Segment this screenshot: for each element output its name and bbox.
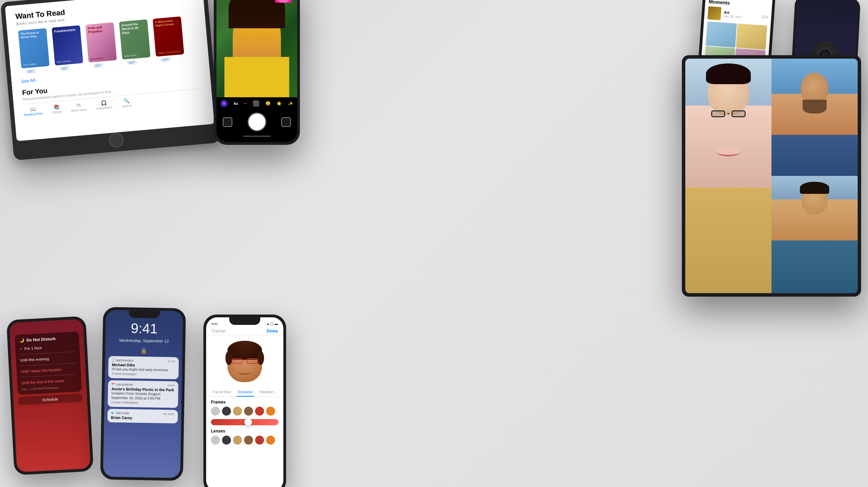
lens-swatch-red[interactable] — [255, 436, 264, 445]
book-more-dorian[interactable]: ··· — [43, 68, 46, 72]
home-indicator-area — [216, 134, 297, 138]
shutter-button[interactable] — [248, 112, 266, 131]
dnd-title: Do Not Disturb — [26, 336, 55, 342]
memoji-done-button[interactable]: Done — [267, 328, 278, 334]
glass-right — [247, 358, 258, 364]
moments-item[interactable]: Art Dec 18, 2017 314 — [707, 6, 768, 23]
slider-thumb[interactable] — [244, 418, 252, 426]
dnd-option-evening[interactable]: Until this evening — [20, 354, 76, 363]
lock-date: Wednesday, September 12 — [105, 338, 183, 344]
person-hair — [229, 0, 285, 28]
effects-button[interactable] — [221, 100, 228, 107]
emoji-button[interactable]: 😀 — [265, 101, 271, 106]
calendar-notification[interactable]: 📅 CALENDAR now Annie's Birthday Picnic i… — [108, 380, 178, 408]
lens-swatch-dark[interactable] — [222, 436, 231, 445]
book-item-pride[interactable]: Pride and Prejudice Jane Austen GET ··· — [84, 22, 119, 69]
book-get-row-pride: GET ··· — [92, 62, 114, 68]
books-nav-audiobooks[interactable]: 🎧 Audiobooks — [95, 99, 112, 110]
book-more-world[interactable]: ··· — [144, 59, 147, 63]
memoji-hair — [228, 341, 262, 360]
book-cover-pride: Pride and Prejudice Jane Austen — [85, 22, 117, 63]
swatch-orange[interactable] — [266, 407, 275, 416]
facetime-participant-3 — [771, 176, 858, 293]
tab-eyewear[interactable]: Eyewear — [236, 388, 254, 397]
more-button[interactable]: ✨ — [288, 101, 293, 106]
schedule-button[interactable]: Schedule — [18, 394, 82, 405]
messages-time: now — [168, 360, 175, 363]
dnd-option-location[interactable]: Until I leave this location — [21, 366, 77, 375]
lens-swatch-tan[interactable] — [233, 436, 242, 445]
book-more-pride[interactable]: ··· — [111, 62, 114, 67]
book-item-midsummer[interactable]: A Midsummer Night's Dream William Shakes… — [151, 16, 186, 63]
audiobooks-icon: 🎧 — [101, 100, 107, 106]
swatch-red[interactable] — [255, 407, 264, 416]
moments-info: Art Dec 18, 2017 — [724, 10, 759, 20]
get-button-midsummer[interactable]: GET — [160, 57, 171, 63]
photo-cell-2[interactable] — [736, 23, 767, 50]
swatch-tan[interactable] — [233, 407, 242, 416]
photo-cell-1[interactable] — [706, 21, 737, 48]
books-nav-library[interactable]: 📚 Library — [52, 104, 62, 114]
messages-notification[interactable]: 💬 MESSAGES now Michael Dibs I'll see you… — [108, 356, 179, 379]
tab-facial-hair[interactable]: Facial Hair — [212, 388, 233, 397]
book-item-frank[interactable]: Frankenstein Mary Shelley GET ··· — [50, 25, 85, 72]
lens-swatch-gray[interactable] — [211, 436, 220, 445]
sticker-button[interactable]: ⭐ — [276, 101, 282, 106]
hair-curl-left — [225, 351, 232, 365]
dnd-option-event[interactable]: Until the end of this event — [21, 377, 77, 386]
home-indicator-bar — [243, 136, 271, 137]
iphone-memoji-frame: 9:41 ▲ ◯ ▬ Cancel Done — [203, 315, 286, 487]
memoji-cancel-button[interactable]: Cancel — [212, 328, 225, 334]
glass-left — [232, 358, 243, 364]
search-icon: 🔍 — [123, 98, 130, 104]
shape-button[interactable] — [253, 100, 259, 107]
memoji-notch — [229, 317, 260, 325]
get-button-dorian[interactable]: GET — [25, 69, 37, 74]
calendar-body: Invitation From Smeeta SingpuriSeptember… — [111, 391, 175, 401]
tab-headwear[interactable]: Headwe... — [258, 388, 278, 397]
memoji-nav-bar: Cancel Done — [206, 327, 283, 335]
camera-flip-button[interactable] — [281, 117, 291, 127]
book-more-frank[interactable]: ··· — [77, 65, 80, 69]
moments-thumbnail — [707, 6, 721, 20]
dnd-card: 🌙 Do Not Disturb For 1 hour Until this e… — [15, 331, 82, 395]
ipad-home-button[interactable] — [108, 132, 124, 148]
iphone-notif-frame: 9:41 Wednesday, September 12 🔓 💬 MESSAGE… — [100, 307, 186, 481]
swatch-brown[interactable] — [244, 407, 253, 416]
moments-count: 314 — [761, 14, 768, 19]
get-button-frank[interactable]: GET — [59, 66, 71, 71]
twitter-time: 4m ago — [163, 413, 174, 416]
messages-body: I'll see you bright and early tomorrow. — [112, 367, 175, 372]
camera-settings-button[interactable] — [223, 117, 232, 127]
book-more-midsummer[interactable]: ··· — [178, 57, 181, 61]
book-get-row-world: GET ··· — [126, 59, 148, 66]
messages-app-label: 💬 MESSAGES now — [112, 359, 175, 363]
library-icon: 📚 — [53, 104, 60, 110]
swatch-dark[interactable] — [222, 407, 231, 416]
person2-hair — [706, 63, 751, 84]
ipad-books-screen: Want To Read Books you'd like to read ne… — [5, 0, 214, 141]
books-nav-reading-now[interactable]: 📖 Reading Now — [23, 106, 43, 117]
book-item-world[interactable]: Around the World in 80 Days Jules Verne … — [118, 19, 152, 66]
lens-swatch-orange[interactable] — [266, 436, 275, 445]
lens-swatch-brown[interactable] — [244, 436, 253, 445]
glass2-bridge — [727, 113, 729, 114]
frames-color-slider[interactable] — [211, 419, 279, 425]
book-item-dorian[interactable]: The Picture of Dorian Gray Oscar Wilde G… — [17, 28, 51, 74]
text-button[interactable]: Aa — [234, 102, 238, 106]
dnd-option-1hour[interactable]: For 1 hour — [19, 343, 75, 352]
twitter-notification[interactable]: 🐦 TWITTER 4m ago Brian Carey — [108, 409, 178, 424]
facetime-frame: › — [682, 55, 861, 297]
draw-button[interactable]: ✒ — [244, 102, 247, 106]
person-1-bg — [771, 59, 858, 176]
get-button-pride[interactable]: GET — [92, 63, 104, 69]
swatch-gray[interactable] — [211, 407, 220, 416]
iphone-memoji-device: 9:41 ▲ ◯ ▬ Cancel Done — [203, 315, 286, 487]
person-clothing — [224, 57, 289, 97]
book-cover-midsummer: A Midsummer Night's Dream William Shakes… — [153, 17, 184, 57]
books-nav-search[interactable]: 🔍 Search — [121, 98, 132, 108]
facetime-participant-2 — [685, 59, 771, 293]
books-nav-store[interactable]: 🛍 Book Store — [71, 101, 87, 112]
facetime-expand-button[interactable]: › — [853, 173, 855, 179]
get-button-world[interactable]: GET — [126, 60, 138, 66]
